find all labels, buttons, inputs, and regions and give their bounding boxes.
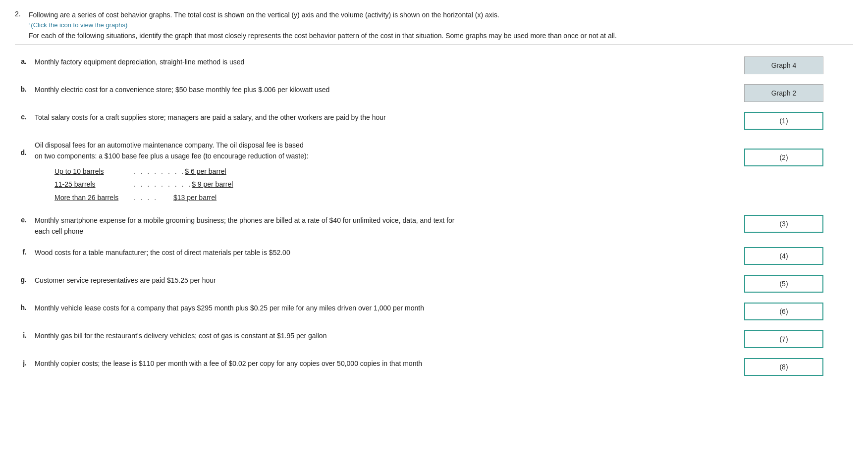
item-row: e. Monthly smartphone expense for a mobi… bbox=[15, 215, 853, 237]
answer-box-f[interactable]: (4) bbox=[744, 247, 823, 265]
barrel-row-3: More than 26 barrels . . . . $13 per bar… bbox=[54, 192, 461, 203]
for-each-text: For each of the following situations, id… bbox=[29, 31, 617, 41]
item-answer-a: Graph 4 bbox=[744, 56, 823, 74]
item-row: d. Oil disposal fees for an automotive m… bbox=[15, 140, 853, 205]
item-row: h. Monthly vehicle lease costs for a com… bbox=[15, 303, 853, 320]
item-letter-h: h. bbox=[15, 303, 35, 311]
item-letter-f: f. bbox=[15, 247, 35, 256]
items-container: a. Monthly factory equipment depreciatio… bbox=[15, 56, 853, 376]
answer-box-e[interactable]: (3) bbox=[744, 215, 823, 233]
item-letter-e: e. bbox=[15, 215, 35, 224]
item-content-i: Monthly gas bill for the restaurant's de… bbox=[35, 330, 471, 341]
item-letter-i: i. bbox=[15, 330, 35, 339]
item-content-e: Monthly smartphone expense for a mobile … bbox=[35, 215, 471, 237]
barrel-dots-3: . . . . bbox=[134, 192, 173, 203]
answer-box-a[interactable]: Graph 4 bbox=[744, 56, 823, 74]
item-row: j. Monthly copier costs; the lease is $1… bbox=[15, 358, 853, 376]
item-letter-c: c. bbox=[15, 112, 35, 121]
answer-box-h[interactable]: (6) bbox=[744, 303, 823, 320]
item-row: g. Customer service representatives are … bbox=[15, 275, 853, 293]
item-answer-c: (1) bbox=[744, 112, 823, 130]
barrel-label-3: More than 26 barrels bbox=[54, 192, 134, 203]
barrel-price-3: $13 per barrel bbox=[173, 192, 217, 203]
item-d-line2: on two components: a $100 base fee plus … bbox=[35, 151, 461, 161]
item-answer-j: (8) bbox=[744, 358, 823, 376]
barrel-label-1: Up to 10 barrels bbox=[54, 166, 134, 177]
item-letter-b: b. bbox=[15, 84, 35, 93]
divider bbox=[15, 44, 853, 45]
question-intro-block: Following are a series of cost behavior … bbox=[29, 10, 617, 41]
item-answer-g: (5) bbox=[744, 275, 823, 293]
item-letter-d: d. bbox=[15, 140, 35, 156]
item-d-line1: Oil disposal fees for an automotive main… bbox=[35, 140, 461, 151]
answer-box-d[interactable]: (2) bbox=[744, 149, 823, 166]
item-row: a. Monthly factory equipment depreciatio… bbox=[15, 56, 853, 74]
click-icon-link[interactable]: ¹(Click the icon to view the graphs) bbox=[29, 21, 617, 29]
question-container: 2. Following are a series of cost behavi… bbox=[15, 10, 853, 376]
item-content-a: Monthly factory equipment depreciation, … bbox=[35, 56, 471, 67]
answer-box-g[interactable]: (5) bbox=[744, 275, 823, 293]
barrel-price-2: $ 9 per barrel bbox=[192, 179, 233, 190]
item-answer-e: (3) bbox=[744, 215, 823, 233]
barrel-label-2: 11-25 barrels bbox=[54, 179, 134, 190]
question-intro: Following are a series of cost behavior … bbox=[29, 10, 617, 20]
question-header: 2. Following are a series of cost behavi… bbox=[15, 10, 853, 41]
item-answer-d: (2) bbox=[744, 140, 823, 166]
item-answer-h: (6) bbox=[744, 303, 823, 320]
answer-box-b[interactable]: Graph 2 bbox=[744, 84, 823, 102]
barrel-row-2: 11-25 barrels . . . . . . . . . $ 9 per … bbox=[54, 179, 461, 190]
answer-box-i[interactable]: (7) bbox=[744, 330, 823, 348]
item-answer-i: (7) bbox=[744, 330, 823, 348]
item-content-f: Wood costs for a table manufacturer; the… bbox=[35, 247, 471, 258]
item-content-g: Customer service representatives are pai… bbox=[35, 275, 471, 286]
item-content-d: Oil disposal fees for an automotive main… bbox=[35, 140, 471, 205]
barrel-dots-1: . . . . . . . . bbox=[134, 166, 185, 177]
item-content-h: Monthly vehicle lease costs for a compan… bbox=[35, 303, 471, 313]
item-row: f. Wood costs for a table manufacturer; … bbox=[15, 247, 853, 265]
item-row: b. Monthly electric cost for a convenien… bbox=[15, 84, 853, 102]
item-letter-g: g. bbox=[15, 275, 35, 284]
barrel-row-1: Up to 10 barrels . . . . . . . . $ 6 per… bbox=[54, 166, 461, 177]
question-number: 2. bbox=[15, 10, 25, 41]
item-letter-j: j. bbox=[15, 358, 35, 367]
item-answer-f: (4) bbox=[744, 247, 823, 265]
answer-box-j[interactable]: (8) bbox=[744, 358, 823, 376]
barrel-table: Up to 10 barrels . . . . . . . . $ 6 per… bbox=[54, 166, 461, 203]
item-row: c. Total salary costs for a craft suppli… bbox=[15, 112, 853, 130]
item-answer-b: Graph 2 bbox=[744, 84, 823, 102]
item-content-b: Monthly electric cost for a convenience … bbox=[35, 84, 471, 95]
item-row: i. Monthly gas bill for the restaurant's… bbox=[15, 330, 853, 348]
item-content-j: Monthly copier costs; the lease is $110 … bbox=[35, 358, 471, 369]
barrel-dots-2: . . . . . . . . . bbox=[134, 179, 192, 190]
item-content-c: Total salary costs for a craft supplies … bbox=[35, 112, 471, 123]
item-letter-a: a. bbox=[15, 56, 35, 65]
answer-box-c[interactable]: (1) bbox=[744, 112, 823, 130]
barrel-price-1: $ 6 per barrel bbox=[185, 166, 226, 177]
